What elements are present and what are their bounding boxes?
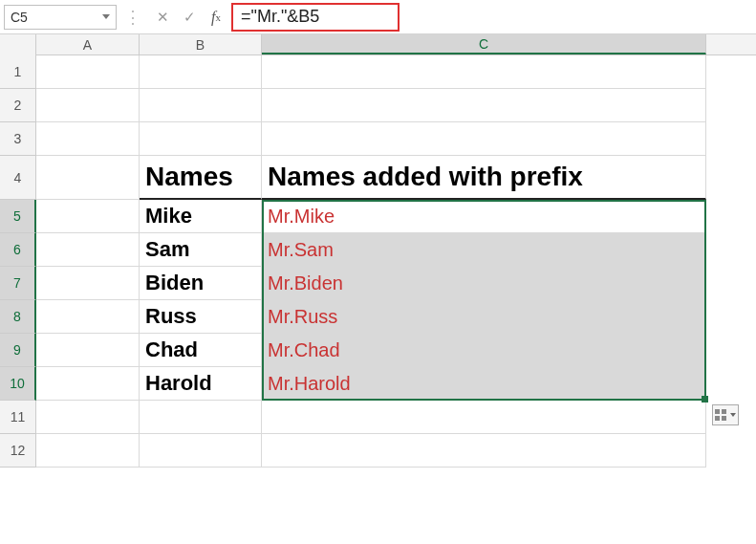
cell-C10[interactable]: Mr.Harold [262, 367, 706, 401]
row-header-2[interactable]: 2 [0, 89, 36, 122]
cell-A12[interactable] [36, 434, 140, 468]
cell-B8[interactable]: Russ [140, 300, 262, 334]
autofill-icon [715, 409, 726, 421]
cell-A6[interactable] [36, 233, 140, 267]
cell-C11[interactable] [262, 401, 706, 434]
cell-C3[interactable] [262, 122, 706, 156]
formula-bar: C5 ⋮ ✕ ✓ fx ="Mr."&B5 [0, 0, 756, 34]
svg-rect-0 [715, 409, 720, 414]
col-header-B[interactable]: B [140, 34, 262, 54]
cell-C6[interactable]: Mr.Sam [262, 233, 706, 267]
cell-B11[interactable] [140, 401, 262, 434]
cell-A11[interactable] [36, 401, 140, 434]
cell-A5[interactable] [36, 200, 140, 233]
chevron-down-icon[interactable] [102, 14, 110, 19]
cell-C7[interactable]: Mr.Biden [262, 267, 706, 300]
cell-B5[interactable]: Mike [140, 200, 262, 233]
row-header-4[interactable]: 4 [0, 156, 36, 200]
cell-A1[interactable] [36, 55, 140, 89]
cell-C12[interactable] [262, 434, 706, 468]
col-header-C[interactable]: C [262, 34, 706, 54]
formula-text: ="Mr."&B5 [241, 7, 319, 27]
cell-C1[interactable] [262, 55, 706, 89]
col-header-A[interactable]: A [36, 34, 140, 54]
cell-C5[interactable]: Mr.Mike [262, 200, 706, 233]
svg-rect-3 [722, 416, 726, 421]
cell-B7[interactable]: Biden [140, 267, 262, 300]
cell-B1[interactable] [140, 55, 262, 89]
cell-B12[interactable] [140, 434, 262, 468]
cell-C2[interactable] [262, 89, 706, 122]
cell-A9[interactable] [36, 334, 140, 367]
row-header-5[interactable]: 5 [0, 200, 36, 233]
cell-A4[interactable] [36, 156, 140, 200]
cell-A7[interactable] [36, 267, 140, 300]
cell-B2[interactable] [140, 89, 262, 122]
row-header-10[interactable]: 10 [0, 367, 36, 401]
cell-B6[interactable]: Sam [140, 233, 262, 267]
name-box[interactable]: C5 [4, 5, 117, 30]
fx-icon[interactable]: fx [203, 5, 229, 30]
row-header-6[interactable]: 6 [0, 233, 36, 267]
cell-C9[interactable]: Mr.Chad [262, 334, 706, 367]
name-box-value: C5 [11, 10, 28, 25]
svg-rect-1 [722, 409, 726, 414]
cell-B9[interactable]: Chad [140, 334, 262, 367]
cancel-icon[interactable]: ✕ [149, 5, 176, 30]
row-header-7[interactable]: 7 [0, 267, 36, 300]
cell-C8[interactable]: Mr.Russ [262, 300, 706, 334]
svg-rect-2 [715, 416, 720, 421]
column-headers: A B C [0, 34, 756, 55]
row-header-1[interactable]: 1 [0, 55, 36, 89]
cell-B3[interactable] [140, 122, 262, 156]
autofill-options-button[interactable] [712, 404, 739, 425]
row-header-3[interactable]: 3 [0, 122, 36, 156]
cell-B10[interactable]: Harold [140, 367, 262, 401]
cell-A2[interactable] [36, 89, 140, 122]
row-header-12[interactable]: 12 [0, 434, 36, 468]
cell-A10[interactable] [36, 367, 140, 401]
separator: ⋮ [117, 7, 149, 28]
spreadsheet-grid[interactable]: A B C 1 2 3 4NamesNames added with prefi… [0, 34, 756, 544]
enter-icon[interactable]: ✓ [176, 5, 203, 30]
row-header-8[interactable]: 8 [0, 300, 36, 334]
select-all-corner[interactable] [0, 34, 36, 55]
row-header-11[interactable]: 11 [0, 401, 36, 434]
cell-A3[interactable] [36, 122, 140, 156]
cell-B4[interactable]: Names [140, 156, 262, 200]
formula-input[interactable]: ="Mr."&B5 [231, 3, 400, 32]
row-header-9[interactable]: 9 [0, 334, 36, 367]
cell-C4[interactable]: Names added with prefix [262, 156, 706, 200]
cell-A8[interactable] [36, 300, 140, 334]
